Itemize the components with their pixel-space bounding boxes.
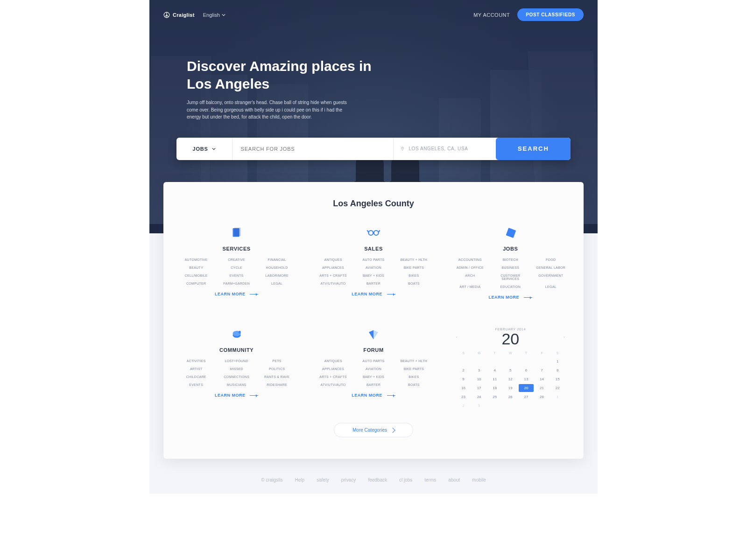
calendar-day[interactable]: 17 bbox=[472, 384, 486, 392]
calendar-day[interactable]: 11 bbox=[487, 375, 502, 383]
category-link[interactable]: APPLIANCES bbox=[314, 266, 352, 269]
calendar-day[interactable]: 22 bbox=[550, 384, 565, 392]
category-link[interactable]: EVENTS bbox=[177, 383, 215, 386]
category-link[interactable]: AVIATION bbox=[355, 367, 392, 371]
calendar-day[interactable]: 15 bbox=[550, 375, 565, 383]
calendar-day[interactable]: 12 bbox=[503, 375, 518, 383]
learn-more-link[interactable]: LEARN MORE bbox=[451, 295, 570, 300]
category-link[interactable]: GENERAL LABOR bbox=[532, 266, 570, 269]
category-link[interactable]: BUSINESS bbox=[492, 266, 529, 269]
category-link[interactable]: BEAUTY bbox=[177, 266, 215, 269]
calendar-prev[interactable]: ‹ bbox=[456, 335, 458, 339]
calendar-day[interactable]: 6 bbox=[519, 366, 534, 374]
category-link[interactable]: LEGAL bbox=[258, 282, 296, 285]
category-link[interactable]: MUSICIANS bbox=[218, 383, 255, 386]
calendar-day[interactable]: 23 bbox=[456, 393, 471, 401]
category-link[interactable]: BOATS bbox=[395, 282, 432, 285]
category-link[interactable]: ARTS + CRAFTS bbox=[314, 375, 352, 378]
calendar-next[interactable]: › bbox=[564, 335, 565, 339]
calendar-next-month-day[interactable]: 2 bbox=[456, 402, 471, 410]
category-link[interactable]: ANTIQUES bbox=[314, 258, 352, 261]
search-category-dropdown[interactable]: JOBS bbox=[176, 138, 233, 160]
category-link[interactable]: BIKE PARTS bbox=[395, 266, 432, 269]
category-link[interactable]: POLITICS bbox=[258, 367, 296, 371]
search-query-input[interactable] bbox=[233, 138, 394, 160]
category-link[interactable]: BABY + KIDS bbox=[355, 274, 392, 277]
category-link[interactable]: APPLIANCES bbox=[314, 367, 352, 371]
footer-link[interactable]: mobile bbox=[472, 477, 486, 483]
footer-link[interactable]: Help bbox=[295, 477, 304, 483]
footer-link[interactable]: cl jobs bbox=[399, 477, 412, 483]
calendar-day[interactable]: 13 bbox=[519, 375, 534, 383]
calendar-day[interactable]: 1 bbox=[550, 357, 565, 365]
category-link[interactable]: AUTO PARTS bbox=[355, 359, 392, 363]
calendar-day[interactable]: 28 bbox=[535, 393, 550, 401]
calendar-next-month-day[interactable]: 1 bbox=[550, 393, 565, 401]
category-link[interactable]: RANTS & RAVE bbox=[258, 375, 296, 378]
category-link[interactable]: PETS bbox=[258, 359, 296, 363]
calendar-day[interactable]: 4 bbox=[487, 366, 502, 374]
calendar-day[interactable]: 21 bbox=[535, 384, 550, 392]
category-link[interactable]: FARM+GARDEN bbox=[218, 282, 255, 285]
calendar-day[interactable]: 2 bbox=[456, 366, 471, 374]
category-link[interactable]: ATV/UTV/AUTO bbox=[314, 383, 352, 386]
calendar-day[interactable]: 8 bbox=[550, 366, 565, 374]
category-link[interactable]: AVIATION bbox=[355, 266, 392, 269]
calendar-day[interactable]: 5 bbox=[503, 366, 518, 374]
calendar-day[interactable]: 16 bbox=[456, 384, 471, 392]
category-link[interactable]: CREATIVE bbox=[218, 258, 255, 261]
category-link[interactable]: FINANCIAL bbox=[258, 258, 296, 261]
search-button[interactable]: SEARCH bbox=[496, 138, 571, 160]
category-link[interactable]: ARTS + CRAFTS bbox=[314, 274, 352, 277]
category-link[interactable]: ADMIN / OFFICE bbox=[451, 266, 489, 269]
calendar-day[interactable]: 27 bbox=[519, 393, 534, 401]
category-link[interactable]: LABOR/MORE bbox=[258, 274, 296, 277]
category-link[interactable]: AUTO PARTS bbox=[355, 258, 392, 261]
learn-more-link[interactable]: LEARN MORE bbox=[314, 393, 432, 398]
category-link[interactable]: CUSTOMER SERVICES bbox=[492, 274, 529, 280]
learn-more-link[interactable]: LEARN MORE bbox=[177, 292, 296, 296]
post-classifieds-button[interactable]: POST CLASSIFIEDS bbox=[517, 8, 584, 21]
category-link[interactable]: BIKE PARTS bbox=[395, 367, 432, 371]
category-link[interactable]: LEGAL bbox=[532, 285, 570, 288]
learn-more-link[interactable]: LEARN MORE bbox=[314, 292, 432, 296]
more-categories-button[interactable]: More Categories bbox=[334, 423, 413, 437]
category-link[interactable]: CYCLE bbox=[218, 266, 255, 269]
category-link[interactable]: EVENTS bbox=[218, 274, 255, 277]
category-link[interactable]: BEAUTY + HLTH bbox=[395, 258, 432, 261]
category-link[interactable]: AUTOMOTIVE bbox=[177, 258, 215, 261]
category-link[interactable]: HOUSEHOLD bbox=[258, 266, 296, 269]
category-link[interactable]: CELL/MOBILE bbox=[177, 274, 215, 277]
category-link[interactable]: ARTIST bbox=[177, 367, 215, 371]
category-link[interactable]: BARTER bbox=[355, 282, 392, 285]
category-link[interactable]: GOVERNMENT bbox=[532, 274, 570, 280]
category-link[interactable]: BIOTECH bbox=[492, 258, 529, 261]
footer-link[interactable]: about bbox=[448, 477, 460, 483]
search-location-input[interactable]: LOS ANGELES, CA, USA bbox=[393, 138, 491, 160]
calendar-day[interactable]: 7 bbox=[535, 366, 550, 374]
calendar-day[interactable]: 24 bbox=[472, 393, 486, 401]
footer-link[interactable]: terms bbox=[424, 477, 436, 483]
calendar-day[interactable]: 10 bbox=[472, 375, 486, 383]
category-link[interactable]: BEAUTY + HLTH bbox=[395, 359, 432, 363]
category-link[interactable]: LOST+FOUND bbox=[218, 359, 255, 363]
category-link[interactable]: BABY + KIDS bbox=[355, 375, 392, 378]
calendar-day[interactable]: 25 bbox=[487, 393, 502, 401]
calendar-day[interactable]: 20 bbox=[519, 384, 534, 392]
category-link[interactable]: BOATS bbox=[395, 383, 432, 386]
category-link[interactable]: BARTER bbox=[355, 383, 392, 386]
language-selector[interactable]: English bbox=[203, 12, 226, 18]
category-link[interactable]: CONNECTIONS bbox=[218, 375, 255, 378]
footer-link[interactable]: privacy bbox=[341, 477, 356, 483]
calendar-day[interactable]: 18 bbox=[487, 384, 502, 392]
category-link[interactable]: ACCOUNTING bbox=[451, 258, 489, 261]
category-link[interactable]: ART / MEDIA bbox=[451, 285, 489, 288]
category-link[interactable]: FOOD bbox=[532, 258, 570, 261]
footer-link[interactable]: safety bbox=[317, 477, 329, 483]
category-link[interactable]: MISSED bbox=[218, 367, 255, 371]
footer-link[interactable]: feedback bbox=[368, 477, 387, 483]
calendar-next-month-day[interactable]: 3 bbox=[472, 402, 486, 410]
category-link[interactable]: RIDESHARE bbox=[258, 383, 296, 386]
calendar-day[interactable]: 14 bbox=[535, 375, 550, 383]
calendar-day[interactable]: 9 bbox=[456, 375, 471, 383]
